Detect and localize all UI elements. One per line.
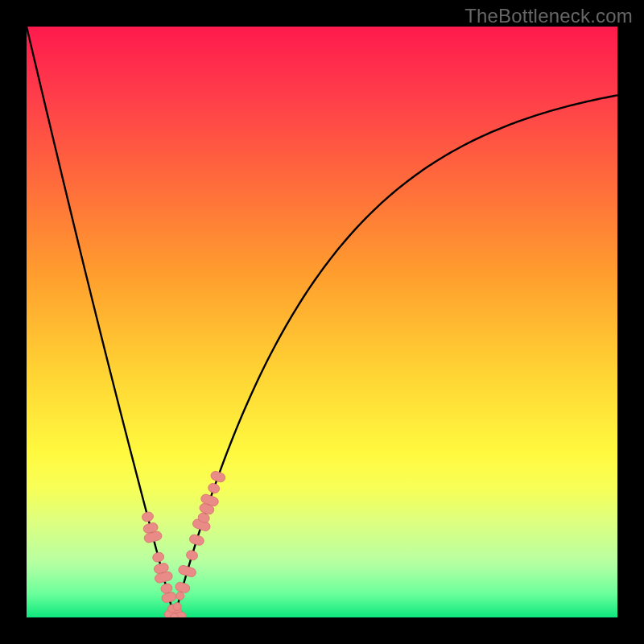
data-marker (175, 581, 191, 594)
data-marker (141, 511, 154, 522)
outer-frame: TheBottleneck.com (0, 0, 644, 644)
watermark-text: TheBottleneck.com (464, 5, 633, 27)
bottleneck-curve (27, 27, 617, 617)
data-marker (152, 551, 165, 563)
data-marker (178, 564, 197, 578)
data-marker (185, 550, 199, 562)
data-marker (209, 470, 226, 483)
plot-area (27, 27, 617, 617)
data-marker (161, 591, 177, 603)
data-marker (188, 534, 204, 547)
data-marker (207, 482, 221, 494)
bottleneck-curve-svg (27, 27, 617, 617)
data-marker (176, 592, 184, 600)
data-marker (173, 602, 181, 610)
